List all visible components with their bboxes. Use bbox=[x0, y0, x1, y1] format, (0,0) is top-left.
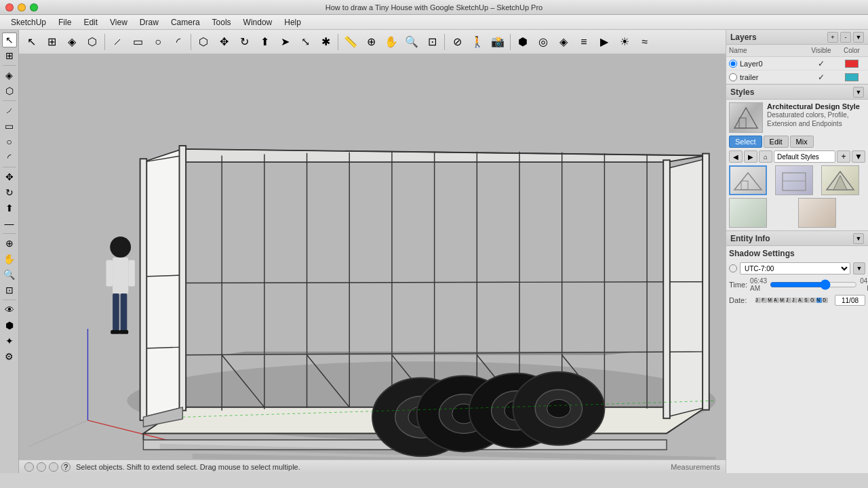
layer0-color-swatch[interactable] bbox=[845, 60, 859, 68]
menu-help[interactable]: Help bbox=[279, 16, 307, 28]
style-thumb-4[interactable] bbox=[729, 198, 767, 228]
entity-expand-btn[interactable]: ▼ bbox=[853, 233, 864, 244]
tape-tool[interactable]: — bbox=[2, 216, 17, 231]
arc-tool[interactable]: ◜ bbox=[2, 150, 17, 165]
pan-tool[interactable]: ✋ bbox=[2, 251, 17, 266]
trailer-color-swatch[interactable] bbox=[845, 73, 859, 81]
timezone-dropdown-btn[interactable]: ▼ bbox=[853, 262, 865, 274]
styles-home-btn[interactable]: ⌂ bbox=[759, 150, 772, 163]
layer-row-layer0[interactable]: Layer0 ✓ bbox=[726, 57, 868, 70]
menu-view[interactable]: View bbox=[104, 16, 133, 28]
component-toolbar-btn[interactable]: ⊞ bbox=[42, 33, 61, 52]
layer0-color[interactable] bbox=[838, 60, 865, 68]
component-tool[interactable]: ⊞ bbox=[2, 48, 17, 63]
close-button[interactable] bbox=[5, 3, 14, 12]
scenes-toolbar-btn[interactable]: ▶ bbox=[595, 33, 614, 52]
style-thumb-2[interactable] bbox=[775, 165, 813, 195]
layers-more-btn[interactable]: ▼ bbox=[853, 32, 864, 43]
paint-tool[interactable]: ◈ bbox=[2, 68, 17, 83]
month-A1[interactable]: A bbox=[774, 298, 779, 303]
styles-back-btn[interactable]: ◀ bbox=[729, 150, 743, 163]
misc2-tool[interactable]: ⚙ bbox=[2, 349, 17, 364]
menu-camera[interactable]: Camera bbox=[165, 16, 205, 28]
menu-tools[interactable]: Tools bbox=[207, 16, 237, 28]
rectangle-tool[interactable]: ▭ bbox=[2, 119, 17, 134]
menu-file[interactable]: File bbox=[53, 16, 77, 28]
fog-toolbar-btn[interactable]: ≈ bbox=[635, 33, 654, 52]
materials-toolbar-btn[interactable]: ◎ bbox=[534, 33, 553, 52]
paint-toolbar-btn[interactable]: ◈ bbox=[62, 33, 81, 52]
components-toolbar-btn[interactable]: ⬢ bbox=[513, 33, 532, 52]
style-thumb-1[interactable] bbox=[729, 165, 767, 195]
erase-tool[interactable]: ⬡ bbox=[2, 83, 17, 98]
month-A2[interactable]: A bbox=[798, 298, 804, 303]
section-toolbar-btn[interactable]: ⊘ bbox=[448, 33, 467, 52]
month-J2[interactable]: J bbox=[786, 298, 791, 303]
shadow-enable-btn[interactable] bbox=[729, 264, 737, 272]
month-O[interactable]: O bbox=[810, 298, 816, 303]
status-circle-2[interactable] bbox=[37, 462, 46, 472]
zoom-toolbar-btn[interactable]: 🔍 bbox=[402, 33, 421, 52]
styles-menu-btn[interactable]: ▼ bbox=[852, 150, 865, 163]
pushpull-toolbar-btn[interactable]: ⬆ bbox=[255, 33, 274, 52]
styles-toolbar-btn[interactable]: ◈ bbox=[554, 33, 573, 52]
intersect-toolbar-btn[interactable]: ✱ bbox=[316, 33, 335, 52]
erase-toolbar-btn[interactable]: ⬡ bbox=[83, 33, 102, 52]
line-toolbar-btn[interactable]: ⟋ bbox=[108, 33, 127, 52]
status-circle-3[interactable] bbox=[49, 462, 58, 472]
select-toolbar-btn[interactable]: ↖ bbox=[22, 33, 41, 52]
layer-row-trailer[interactable]: trailer ✓ bbox=[726, 70, 868, 84]
styles-fwd-btn[interactable]: ▶ bbox=[744, 150, 757, 163]
style-thumb-5[interactable] bbox=[798, 198, 836, 228]
offset-toolbar-btn[interactable]: ⬡ bbox=[194, 33, 213, 52]
pushpull-tool[interactable]: ⬆ bbox=[2, 201, 17, 216]
circle-toolbar-btn[interactable]: ○ bbox=[149, 33, 167, 52]
status-circle-1[interactable] bbox=[24, 462, 34, 472]
layers-add-btn[interactable]: + bbox=[827, 32, 838, 43]
styles-dropdown[interactable]: Default Styles bbox=[774, 150, 835, 163]
maximize-button[interactable] bbox=[30, 3, 38, 12]
month-S[interactable]: S bbox=[804, 298, 810, 303]
styles-more-btn[interactable]: ▼ bbox=[853, 87, 864, 98]
shadows-toolbar-btn[interactable]: ☀ bbox=[615, 33, 634, 52]
rect-toolbar-btn[interactable]: ▭ bbox=[128, 33, 147, 52]
layer0-visible[interactable]: ✓ bbox=[804, 59, 838, 68]
rotate-toolbar-btn[interactable]: ↻ bbox=[235, 33, 254, 52]
misc1-tool[interactable]: ✦ bbox=[2, 333, 17, 348]
style-thumb-3[interactable] bbox=[821, 165, 859, 195]
layers-del-btn[interactable]: - bbox=[840, 32, 851, 43]
layer0-radio[interactable] bbox=[729, 60, 737, 68]
zoomext-tool[interactable]: ⊡ bbox=[2, 283, 17, 298]
move-tool[interactable]: ✥ bbox=[2, 169, 17, 184]
orbit-toolbar-btn[interactable]: ⊕ bbox=[361, 33, 380, 52]
walkthr-tool[interactable]: 👁 bbox=[2, 302, 17, 317]
month-D[interactable]: D bbox=[823, 298, 828, 303]
menu-draw[interactable]: Draw bbox=[134, 16, 164, 28]
trailer-visible[interactable]: ✓ bbox=[804, 73, 838, 82]
style-tab-select[interactable]: Select bbox=[729, 136, 762, 148]
tape-toolbar-btn[interactable]: 📏 bbox=[341, 33, 360, 52]
rotate-tool[interactable]: ↻ bbox=[2, 185, 17, 200]
date-current-value[interactable]: 11/08 bbox=[835, 295, 865, 306]
walkthr-toolbar-btn[interactable]: 🚶 bbox=[468, 33, 487, 52]
orbit-tool[interactable]: ⊕ bbox=[2, 236, 17, 251]
scale-toolbar-btn[interactable]: ⤡ bbox=[296, 33, 315, 52]
month-F[interactable]: F bbox=[762, 298, 767, 303]
menu-sketchup[interactable]: SketchUp bbox=[5, 16, 52, 28]
status-help-icon[interactable]: ? bbox=[61, 462, 71, 472]
month-M2[interactable]: M bbox=[780, 298, 785, 303]
move-toolbar-btn[interactable]: ✥ bbox=[214, 33, 233, 52]
style-tab-mix[interactable]: Mix bbox=[790, 136, 814, 148]
month-J1[interactable]: J bbox=[755, 298, 761, 303]
trailer-color[interactable] bbox=[838, 73, 865, 81]
layers-toolbar-btn[interactable]: ≡ bbox=[574, 33, 593, 52]
position-toolbar-btn[interactable]: 📸 bbox=[488, 33, 507, 52]
select-tool[interactable]: ↖ bbox=[2, 33, 17, 47]
entity-info-panel[interactable]: Entity Info ▼ bbox=[726, 231, 868, 246]
followme-toolbar-btn[interactable]: ➤ bbox=[275, 33, 294, 52]
circle-tool[interactable]: ○ bbox=[2, 134, 17, 149]
pan-toolbar-btn[interactable]: ✋ bbox=[382, 33, 401, 52]
arc-toolbar-btn[interactable]: ◜ bbox=[169, 33, 188, 52]
trailer-radio[interactable] bbox=[729, 73, 737, 81]
month-M1[interactable]: M bbox=[768, 298, 773, 303]
